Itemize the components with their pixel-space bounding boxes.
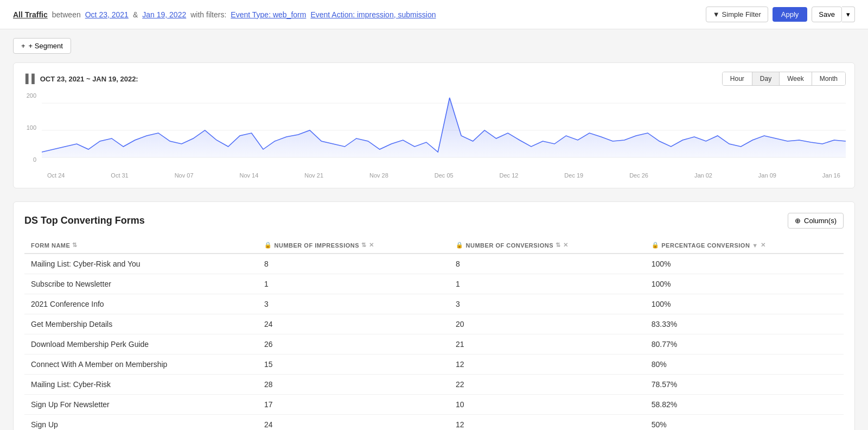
table-title: DS Top Converting Forms [24, 215, 145, 226]
save-dropdown-button[interactable]: ▾ [842, 7, 855, 22]
y-label-100: 100 [22, 124, 36, 131]
x-label-2: Nov 07 [175, 172, 194, 179]
cell-impressions: 26 [258, 334, 449, 355]
impressions-remove-icon[interactable]: ✕ [369, 242, 374, 249]
time-btn-day[interactable]: Day [752, 72, 780, 85]
table-row: Subscribe to Newsletter 1 1 100% [24, 274, 844, 294]
time-btn-hour[interactable]: Hour [723, 72, 752, 85]
filter2-link[interactable]: Event Action: impression, submission [310, 10, 436, 19]
with-filters-text: with filters: [190, 10, 226, 19]
cell-impressions: 28 [258, 375, 449, 395]
conversions-remove-icon[interactable]: ✕ [563, 242, 569, 249]
data-table: FORM NAME ⇅ 🔒 NUMBER OF IMPRESSIONS ⇅ ✕ [24, 237, 844, 430]
col-form-name: FORM NAME ⇅ [24, 237, 258, 254]
cell-form-name: Sign Up For Newsletter [24, 395, 258, 415]
percentage-lock-icon: 🔒 [652, 242, 660, 249]
top-bar: All Traffic between Oct 23, 2021 & Jan 1… [0, 0, 868, 29]
cell-form-name: Sign Up [24, 415, 258, 431]
columns-plus-icon: ⊕ [795, 217, 801, 225]
cell-percentage: 100% [645, 254, 844, 274]
time-buttons-group: Hour Day Week Month [722, 72, 846, 86]
cell-form-name: 2021 Conference Info [24, 294, 258, 314]
x-label-3: Nov 14 [239, 172, 258, 179]
percentage-sort-icon[interactable]: ▼ [752, 242, 758, 249]
cell-impressions: 1 [258, 274, 449, 294]
date-start-link[interactable]: Oct 23, 2021 [85, 10, 129, 19]
col-impressions: 🔒 NUMBER OF IMPRESSIONS ⇅ ✕ [258, 237, 449, 254]
cell-form-name: Mailing List: Cyber-Risk [24, 375, 258, 395]
form-name-col-label: FORM NAME [31, 242, 70, 249]
x-label-8: Dec 19 [564, 172, 583, 179]
cell-conversions: 20 [449, 314, 645, 334]
chevron-down-icon: ▾ [846, 10, 850, 18]
col-conversions: 🔒 NUMBER OF CONVERSIONS ⇅ ✕ [449, 237, 645, 254]
table-row: Download Membership Perk Guide 26 21 80.… [24, 334, 844, 355]
table-row: Mailing List: Cyber-Risk 28 22 78.57% [24, 375, 844, 395]
cell-impressions: 3 [258, 294, 449, 314]
table-header-row-tr: FORM NAME ⇅ 🔒 NUMBER OF IMPRESSIONS ⇅ ✕ [24, 237, 844, 254]
between-text: between [52, 10, 81, 19]
x-label-1: Oct 31 [111, 172, 128, 179]
y-label-200: 200 [22, 92, 36, 99]
table-row: Sign Up For Newsletter 17 10 58.82% [24, 395, 844, 415]
table-row: Sign Up 24 12 50% [24, 415, 844, 431]
table-section: DS Top Converting Forms ⊕ Column(s) FORM… [13, 201, 855, 430]
table-row: Connect With A Member on Membership 15 1… [24, 355, 844, 375]
cell-form-name: Download Membership Perk Guide [24, 334, 258, 355]
all-traffic-label: All Traffic [13, 10, 48, 19]
cell-percentage: 80.77% [645, 334, 844, 355]
cell-percentage: 78.57% [645, 375, 844, 395]
chart-card: ▐▐ OCT 23, 2021 ~ JAN 19, 2022: Hour Day… [13, 62, 855, 188]
cell-percentage: 50% [645, 415, 844, 431]
cell-percentage: 83.33% [645, 314, 844, 334]
cell-conversions: 1 [449, 274, 645, 294]
x-label-12: Jan 16 [822, 172, 840, 179]
cell-form-name: Get Membership Details [24, 314, 258, 334]
cell-impressions: 24 [258, 314, 449, 334]
table-head: FORM NAME ⇅ 🔒 NUMBER OF IMPRESSIONS ⇅ ✕ [24, 237, 844, 254]
chart-title: OCT 23, 2021 ~ JAN 19, 2022: [40, 75, 138, 83]
ampersand: & [133, 10, 138, 19]
cell-conversions: 12 [449, 415, 645, 431]
x-label-11: Jan 09 [758, 172, 776, 179]
table-row: 2021 Conference Info 3 3 100% [24, 294, 844, 314]
table-header-row: DS Top Converting Forms ⊕ Column(s) [24, 213, 844, 229]
conversions-col-label: NUMBER OF CONVERSIONS [466, 242, 553, 249]
cell-conversions: 12 [449, 355, 645, 375]
save-button[interactable]: Save [812, 7, 842, 22]
cell-conversions: 21 [449, 334, 645, 355]
save-group: Save ▾ [812, 7, 855, 22]
columns-btn-label: Column(s) [804, 217, 837, 225]
cell-impressions: 24 [258, 415, 449, 431]
cell-impressions: 8 [258, 254, 449, 274]
add-segment-button[interactable]: + + Segment [13, 38, 71, 54]
cell-percentage: 100% [645, 274, 844, 294]
form-name-sort-icon[interactable]: ⇅ [72, 242, 78, 249]
cell-conversions: 8 [449, 254, 645, 274]
x-label-7: Dec 12 [500, 172, 519, 179]
table-body: Mailing List: Cyber-Risk and You 8 8 100… [24, 254, 844, 430]
cell-conversions: 10 [449, 395, 645, 415]
time-btn-month[interactable]: Month [812, 72, 845, 85]
time-btn-week[interactable]: Week [780, 72, 812, 85]
impressions-lock-icon: 🔒 [264, 242, 272, 249]
apply-button[interactable]: Apply [773, 7, 808, 22]
cell-impressions: 17 [258, 395, 449, 415]
percentage-remove-icon[interactable]: ✕ [761, 242, 766, 249]
filter1-link[interactable]: Event Type: web_form [231, 10, 306, 19]
simple-filter-label: Simple Filter [722, 10, 761, 18]
date-end-link[interactable]: Jan 19, 2022 [142, 10, 186, 19]
conversions-lock-icon: 🔒 [456, 242, 464, 249]
impressions-col-label: NUMBER OF IMPRESSIONS [275, 242, 360, 249]
cell-conversions: 22 [449, 375, 645, 395]
impressions-sort-icon[interactable]: ⇅ [361, 242, 367, 249]
chart-svg [42, 92, 846, 168]
cell-form-name: Mailing List: Cyber-Risk and You [24, 254, 258, 274]
chart-header: ▐▐ OCT 23, 2021 ~ JAN 19, 2022: Hour Day… [22, 72, 846, 86]
columns-button[interactable]: ⊕ Column(s) [788, 213, 844, 229]
y-label-0: 0 [22, 156, 36, 163]
simple-filter-button[interactable]: ▼ Simple Filter [706, 7, 768, 22]
chart-container: 200 100 0 [22, 92, 846, 179]
conversions-sort-icon[interactable]: ⇅ [556, 242, 561, 249]
cell-percentage: 58.82% [645, 395, 844, 415]
